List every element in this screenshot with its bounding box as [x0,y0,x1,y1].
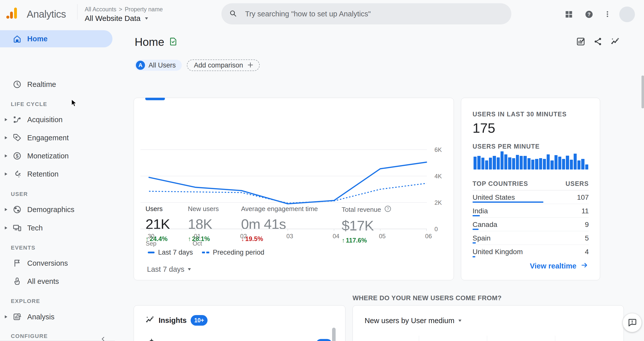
sidebar-item-tech[interactable]: Tech [0,221,115,235]
search-input[interactable] [245,10,504,18]
search-bar[interactable] [221,3,511,24]
top-countries-column: TOP COUNTRIES [473,180,528,187]
users-overview-card: Users 21K ↑24.4% New users 18K ↑28.1% Av… [134,98,454,280]
date-range-selector[interactable]: Last 7 days [147,263,191,276]
sidebar-item-label: Home [27,35,48,43]
country-name: United States [473,193,515,201]
report-actions [576,37,620,47]
property-selector[interactable]: All Website Data [85,14,148,23]
minute-bar [543,159,546,170]
chart-gridline [555,336,555,341]
minute-bar [531,160,534,169]
page-scrollbar[interactable] [641,76,644,108]
sidebar-section-configure: CONFIGURE [11,333,48,339]
minute-bar [508,157,511,169]
share-icon[interactable] [593,37,603,47]
country-row: United Kingdom4 [473,245,589,258]
country-name: Canada [473,221,497,229]
page-title: Home [135,36,164,48]
country-name: United Kingdom [473,248,523,256]
realtime-card: USERS IN LAST 30 MINUTES 175 USERS PER M… [461,98,600,280]
chevron-down-icon [188,268,191,270]
x-axis-tick-label: 02 [240,233,247,240]
plus-icon [247,61,254,70]
minute-bar [535,159,538,170]
insights-header: Insights 10+ [145,315,208,326]
svg-text:$: $ [16,153,19,159]
expand-arrow-icon[interactable] [5,136,7,139]
country-users-bar [473,215,480,216]
minute-bar [512,158,515,169]
expand-arrow-icon[interactable] [5,154,7,157]
sidebar-item-demographics[interactable]: Demographics [0,202,115,217]
conversions-flag-icon [13,259,22,268]
all-users-chip[interactable]: A All Users [135,60,182,71]
collapse-sidebar-icon[interactable] [100,336,106,341]
country-name: Spain [473,234,491,242]
sidebar-item-realtime[interactable]: Realtime [0,77,115,91]
country-users-count: 9 [585,221,589,229]
country-row: United States107 [473,190,589,204]
breadcrumb-property[interactable]: Property name [125,6,163,13]
feedback-comment-icon [627,318,637,328]
product-name[interactable]: Analytics [27,9,66,20]
add-comparison-label: Add comparison [194,61,243,69]
insights-sparkline-icon[interactable] [610,37,620,47]
sidebar-section-user: USER [11,191,28,197]
minute-bar [558,157,561,169]
new-users-section-title: WHERE DO YOUR NEW USERS COME FROM? [353,294,502,302]
add-comparison-button[interactable]: Add comparison [187,59,260,71]
sidebar-item-label: Retention [27,170,58,178]
sidebar-item-acquisition[interactable]: Acquisition [0,113,115,127]
account-avatar[interactable] [619,7,635,22]
insights-card[interactable]: Insights 10+ [134,305,345,341]
insights-count-badge: 10+ [191,315,208,326]
expand-arrow-icon[interactable] [5,118,7,121]
view-realtime-link[interactable]: View realtime [530,261,589,271]
breadcrumb-all-accounts[interactable]: All Accounts [85,6,116,13]
audience-badge: A [136,61,145,70]
sidebar-item-label: Demographics [27,206,74,214]
expand-arrow-icon[interactable] [5,208,7,211]
users-trend-line-chart: 02K4K6K30Sep01Oct0203040506 [134,145,454,253]
country-users-bar [473,256,475,257]
expand-arrow-icon[interactable] [5,226,7,229]
customize-report-icon[interactable] [576,37,586,47]
expand-arrow-icon[interactable] [5,315,7,318]
country-row: India11 [473,204,589,218]
minute-bar [497,157,500,169]
country-row: Canada9 [473,218,589,231]
sidebar-item-label: Realtime [27,80,56,89]
help-icon[interactable]: ? [584,10,594,20]
clock-icon [13,80,22,89]
x-axis-tick-label: 03 [286,233,293,240]
new-users-dimension-selector[interactable]: New users by User medium [365,317,461,325]
sidebar-item-conversions[interactable]: Conversions [0,256,115,270]
report-status-doc-check-icon[interactable] [169,37,178,47]
sidebar-item-analysis[interactable]: Analysis [0,310,115,324]
sidebar-item-engagement[interactable]: Engagement [0,131,115,145]
google-apps-grid-icon[interactable] [565,10,573,19]
minute-bar [577,160,580,169]
expand-arrow-icon[interactable] [5,173,7,176]
sidebar-item-monetization[interactable]: $ Monetization [0,149,115,163]
minute-bar [504,154,507,170]
tech-devices-icon [13,223,22,232]
feedback-button[interactable] [623,313,642,332]
more-options-kebab-icon[interactable] [604,10,611,19]
country-users-count: 11 [581,207,589,215]
country-users-bar [473,229,479,230]
analytics-logo-icon [6,7,18,20]
minute-bar [585,164,588,169]
sidebar-item-home[interactable]: Home [0,30,112,47]
navigation-sidebar: Home Realtime LIFE CYCLE Acquisition Eng… [0,28,115,341]
minute-bar [539,158,542,169]
sidebar-item-retention[interactable]: Retention [0,167,115,181]
minute-bar [554,155,558,169]
users-per-minute-title: USERS PER MINUTE [473,143,540,150]
chip-label: All Users [149,61,176,69]
sidebar-item-all-events[interactable]: All events [0,274,115,288]
top-countries-header: TOP COUNTRIES USERS [473,180,589,187]
minute-bar [481,158,484,170]
insights-scrollbar[interactable] [332,328,336,341]
